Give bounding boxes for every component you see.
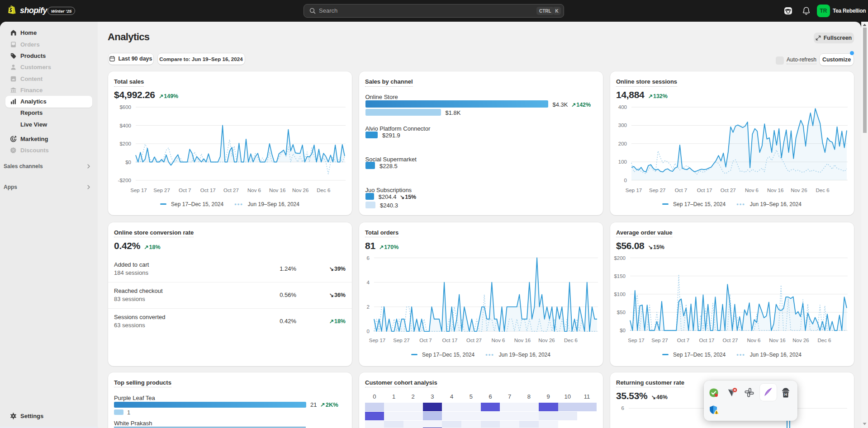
svg-text:400: 400 [618,104,627,110]
svg-text:Nov 26: Nov 26 [538,338,555,343]
svg-text:$400: $400 [119,123,131,128]
svg-text:$150: $150 [614,273,626,279]
svg-text:100: 100 [618,159,627,165]
svg-text:Nov 6: Nov 6 [745,188,759,193]
svg-text:-$200: -$200 [118,178,131,183]
svg-text:$0: $0 [125,160,131,165]
svg-text:Oct 27: Oct 27 [466,338,482,343]
svg-text:Sep 27: Sep 27 [393,338,409,343]
svg-text:Nov 26: Nov 26 [792,338,809,343]
svg-text:Oct 17: Oct 17 [699,338,715,343]
svg-text:4: 4 [367,280,370,285]
svg-text:Nov 16: Nov 16 [769,338,785,343]
svg-text:$0: $0 [620,328,626,333]
svg-text:300: 300 [618,122,627,128]
svg-text:Nov 6: Nov 6 [747,338,760,343]
svg-text:Nov 16: Nov 16 [767,188,783,193]
svg-text:Dec 6: Dec 6 [817,338,831,343]
svg-text:2: 2 [367,304,370,310]
svg-text:Sep 27: Sep 27 [649,188,665,193]
svg-text:200: 200 [618,141,627,146]
svg-text:Oct 17: Oct 17 [200,188,216,193]
svg-text:Oct 7: Oct 7 [677,338,689,343]
svg-text:Nov 6: Nov 6 [491,338,505,343]
svg-text:Oct 7: Oct 7 [179,188,191,193]
svg-text:Nov 26: Nov 26 [791,188,807,193]
svg-text:Dec 6: Dec 6 [564,338,578,343]
svg-text:Oct 27: Oct 27 [721,188,736,193]
svg-text:Oct 7: Oct 7 [675,188,687,193]
svg-text:Oct 27: Oct 27 [223,188,239,193]
svg-text:Sep 27: Sep 27 [153,188,170,193]
svg-text:Sep 17: Sep 17 [626,188,642,193]
svg-text:Dec 6: Dec 6 [816,188,830,193]
svg-text:$100: $100 [614,292,626,297]
svg-text:Sep 17: Sep 17 [628,338,644,343]
svg-text:0: 0 [367,329,370,334]
svg-text:Nov 6: Nov 6 [247,188,261,193]
svg-text:0: 0 [624,178,627,183]
svg-text:$600: $600 [119,104,131,110]
svg-text:$200: $200 [614,255,626,261]
svg-text:$200: $200 [119,141,131,146]
svg-text:Oct 17: Oct 17 [697,188,712,193]
svg-text:Nov 16: Nov 16 [269,188,285,193]
svg-text:Sep 27: Sep 27 [651,338,668,343]
svg-text:Oct 17: Oct 17 [442,338,458,343]
svg-text:6: 6 [367,255,370,261]
svg-text:Dec 6: Dec 6 [317,188,330,193]
svg-text:Sep 17: Sep 17 [369,338,385,343]
svg-text:Nov 26: Nov 26 [292,188,308,193]
svg-text:Nov 16: Nov 16 [514,338,531,343]
svg-text:Sep 17: Sep 17 [130,188,147,193]
svg-text:Oct 27: Oct 27 [723,338,738,343]
svg-text:$50: $50 [617,310,626,315]
svg-text:Oct 7: Oct 7 [419,338,432,343]
